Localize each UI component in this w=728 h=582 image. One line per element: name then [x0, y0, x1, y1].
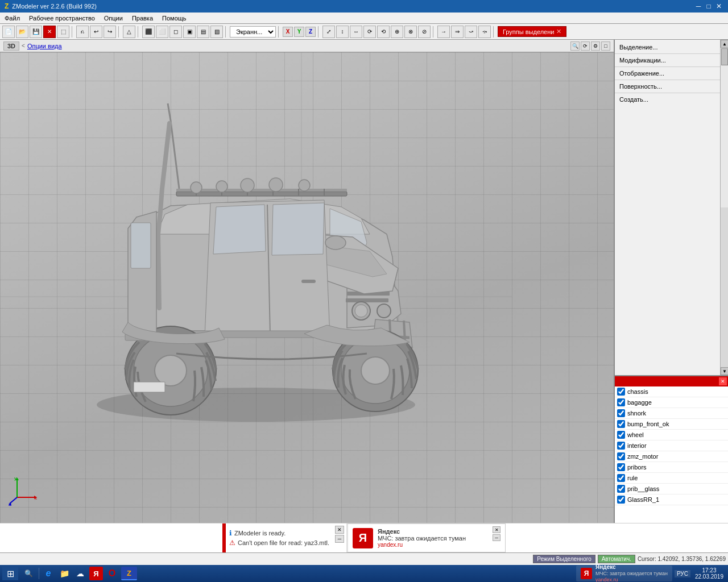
toolbar-s4[interactable]: ▣ — [183, 26, 196, 38]
toolbar-btn2[interactable]: ⎌ — [76, 26, 89, 38]
car-model-svg — [46, 75, 472, 444]
viewport-nav-icon[interactable]: ⟳ — [581, 41, 590, 51]
scrollbar-down-arrow[interactable]: ▼ — [721, 367, 728, 375]
view-dropdown[interactable]: Экранн... — [230, 26, 276, 38]
toolbar-undo[interactable]: ↩ — [90, 26, 102, 38]
chassis-checkbox[interactable] — [617, 388, 625, 396]
modification-btn[interactable]: Модификации... — [615, 55, 720, 65]
taskbar-yandex-logo: Я — [581, 568, 592, 579]
toolbar-s1[interactable]: ⬛ — [142, 26, 155, 38]
highlight-group-close[interactable]: ✕ — [556, 28, 561, 35]
toolbar-tool6[interactable]: ⊕ — [391, 26, 403, 38]
toolbar-sep7 — [433, 26, 435, 38]
scrollbar-up-arrow[interactable]: ▲ — [721, 40, 728, 48]
scrollbar-track[interactable] — [721, 48, 728, 207]
yandex-link[interactable]: yandex.ru — [378, 542, 488, 548]
create-btn[interactable]: Создать... — [615, 94, 720, 105]
surface-btn[interactable]: Поверхность... — [615, 81, 720, 92]
yandex-logo-text: Я — [359, 531, 367, 544]
taskbar-folder-icon[interactable]: 📁 — [57, 567, 71, 580]
interior-label: interior — [627, 442, 726, 449]
toolbar-pyramid[interactable]: △ — [123, 26, 135, 38]
taskbar-onedrive-icon[interactable]: ☁ — [73, 567, 87, 580]
toolbar-tool2[interactable]: ↕ — [336, 26, 349, 38]
selection-btn[interactable]: Выделение... — [615, 42, 720, 52]
x-axis-btn[interactable]: X — [283, 27, 293, 37]
list-item-prib-glass: prib__glass — [615, 484, 728, 494]
taskbar-opera-icon[interactable]: O — [105, 567, 119, 580]
glassrr1-checkbox[interactable] — [617, 496, 625, 504]
start-button[interactable]: ⊞ — [2, 567, 18, 580]
menu-workspace[interactable]: Рабочее пространство — [24, 14, 100, 23]
viewport-search-icon[interactable]: 🔍 — [570, 41, 580, 51]
toolbar-tool4[interactable]: ⟳ — [363, 26, 376, 38]
taskbar-time: 17:23 22.03.2019 — [693, 567, 726, 580]
toolbar-move3[interactable]: ⤻ — [465, 26, 477, 38]
viewport-settings-icon[interactable]: ⚙ — [591, 41, 600, 51]
z-axis-btn[interactable]: Z — [305, 27, 316, 37]
yandex-minimize-btn[interactable]: ─ — [493, 534, 500, 541]
toolbar-move2[interactable]: ⇒ — [451, 26, 464, 38]
menu-edit[interactable]: Правка — [127, 14, 158, 23]
date-display: 22.03.2019 — [695, 573, 723, 580]
shnork-checkbox[interactable] — [617, 409, 625, 417]
display-btn[interactable]: Отображение... — [615, 68, 720, 78]
toolbar-s3[interactable]: ◻ — [169, 26, 182, 38]
viewport-maximize-icon[interactable]: □ — [601, 41, 610, 51]
interior-checkbox[interactable] — [617, 442, 625, 450]
svg-text:x: x — [35, 496, 37, 501]
menu-options[interactable]: Опции — [100, 14, 127, 23]
taskbar-yandex-icon[interactable]: Я — [89, 567, 103, 580]
yandex-controls: ✕ ─ — [493, 526, 500, 541]
viewport-canvas[interactable]: x y z — [0, 52, 614, 523]
toolbar-s6[interactable]: ▧ — [210, 26, 223, 38]
bagagge-checkbox[interactable] — [617, 398, 625, 406]
toolbar-s2[interactable]: ⬜ — [156, 26, 168, 38]
toolbar-open[interactable]: 📂 — [16, 26, 28, 38]
divider1 — [615, 53, 720, 54]
zmz-motor-checkbox[interactable] — [617, 452, 625, 460]
toolbar-new[interactable]: 📄 — [2, 26, 15, 38]
toolbar-tool7[interactable]: ⊗ — [404, 26, 417, 38]
toolbar-s5[interactable]: ▤ — [197, 26, 209, 38]
toolbar-tool5[interactable]: ⟲ — [377, 26, 390, 38]
toolbar-move4[interactable]: ⤼ — [478, 26, 491, 38]
taskbar-zmodeler-icon[interactable]: Z — [121, 567, 137, 580]
list-item-bump-front-ok: bump_front_ok — [615, 419, 728, 430]
y-axis-btn[interactable]: Y — [294, 27, 304, 37]
list-item-glassrr1: GlassRR_1 — [615, 494, 728, 505]
taskbar-ie-icon[interactable]: e — [42, 567, 55, 580]
menu-file[interactable]: Файл — [0, 14, 24, 23]
toolbar-btn1[interactable]: ⬚ — [57, 26, 69, 38]
divider3 — [615, 80, 720, 80]
scrollbar-thumb[interactable] — [721, 48, 728, 65]
toolbar-move1[interactable]: → — [437, 26, 450, 38]
menu-help[interactable]: Помощь — [158, 14, 191, 23]
toolbar-tool8[interactable]: ⊘ — [418, 26, 431, 38]
minimize-button[interactable]: ─ — [694, 2, 703, 11]
toolbar-tool3[interactable]: ↔ — [350, 26, 362, 38]
toolbar-save[interactable]: 💾 — [30, 26, 42, 38]
bump-front-ok-checkbox[interactable] — [617, 420, 625, 428]
rule-checkbox[interactable] — [617, 474, 625, 482]
viewport-mode-label[interactable]: 3D — [3, 41, 19, 51]
toolbar-red1[interactable]: ✕ — [43, 26, 56, 38]
toolbar-tool1[interactable]: ⤢ — [322, 26, 335, 38]
view-options-btn[interactable]: Опции вида — [27, 43, 62, 49]
prib-glass-checkbox[interactable] — [617, 485, 625, 493]
pribors-checkbox[interactable] — [617, 463, 625, 471]
log-minimize-btn[interactable]: ─ — [335, 535, 344, 543]
taskbar-yandex-title: Яндекс — [595, 564, 668, 571]
taskbar-yandex-notification[interactable]: Я Яндекс МЧС: завтра ожидается туман yan… — [576, 566, 672, 581]
wheel-checkbox[interactable] — [617, 431, 625, 439]
toolbar-redo[interactable]: ↪ — [104, 26, 116, 38]
taskbar-search-btn[interactable]: 🔍 — [20, 567, 36, 580]
maximize-button[interactable]: □ — [704, 2, 713, 11]
log-close-btn[interactable]: ✕ — [335, 526, 344, 534]
yandex-close-btn[interactable]: ✕ — [493, 526, 500, 533]
highlight-group-btn[interactable]: Группы выделени ✕ — [498, 26, 566, 37]
objects-panel-close-btn[interactable]: ✕ — [719, 377, 727, 385]
svg-point-14 — [241, 178, 254, 192]
close-button[interactable]: ✕ — [714, 2, 723, 11]
log-error-icon: ⚠ — [229, 539, 235, 547]
